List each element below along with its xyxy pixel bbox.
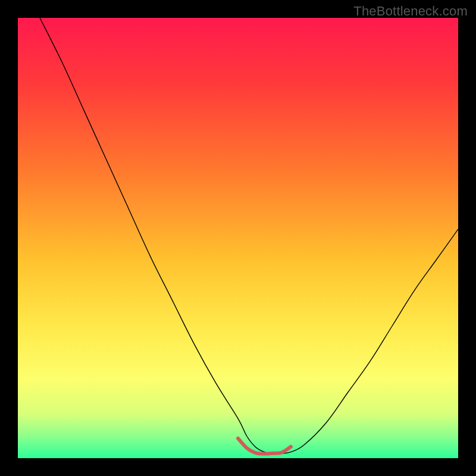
watermark-text: TheBottleneck.com — [353, 4, 468, 19]
gradient-background — [18, 18, 458, 458]
chart-svg — [0, 0, 476, 476]
bottleneck-chart — [0, 0, 476, 476]
